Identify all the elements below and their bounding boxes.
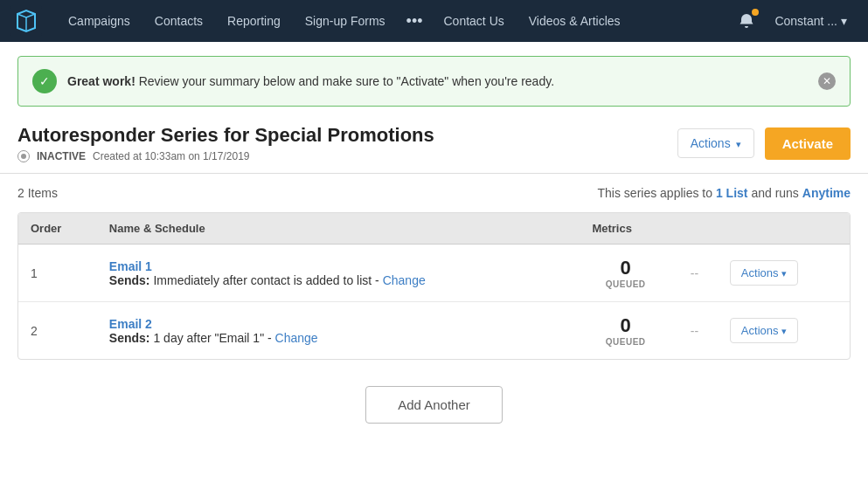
nav-videos-articles[interactable]: Videos & Articles xyxy=(517,0,633,42)
row1-change-link[interactable]: Change xyxy=(383,273,426,287)
table-header-row: Order Name & Schedule Metrics xyxy=(18,213,850,245)
row1-actions-label: Actions xyxy=(741,266,779,279)
nav-links: Campaigns Contacts Reporting Sign-up For… xyxy=(56,0,729,42)
nav-more[interactable]: ••• xyxy=(398,0,432,42)
row1-dash: -- xyxy=(671,245,718,302)
created-date: Created at 10:33am on 1/17/2019 xyxy=(93,150,249,162)
bell-badge xyxy=(752,9,759,16)
col-name-schedule: Name & Schedule xyxy=(97,213,580,245)
banner-text: Great work! Review your summary below an… xyxy=(67,74,808,88)
row2-actions-button[interactable]: Actions xyxy=(730,318,799,343)
row2-actions-cell: Actions xyxy=(718,302,850,360)
row1-actions-chevron xyxy=(781,266,787,279)
account-chevron: ▾ xyxy=(841,14,847,28)
items-count: 2 Items xyxy=(17,186,58,200)
page-title: Autoresponder Series for Special Promoti… xyxy=(17,124,434,147)
nav-right: Constant ... ▾ xyxy=(729,0,858,42)
series-summary: This series applies to 1 List and runs A… xyxy=(598,186,851,200)
nav-contacts[interactable]: Contacts xyxy=(142,0,215,42)
page-header: Autoresponder Series for Special Promoti… xyxy=(0,121,868,173)
row1-metric: 0 QUEUED xyxy=(580,245,671,302)
table-row: 2 Email 2 Sends: 1 day after "Email 1" -… xyxy=(18,302,850,360)
row1-sends-label: Sends: Immediately after contact is adde… xyxy=(109,273,383,287)
email2-link[interactable]: Email 2 xyxy=(109,317,152,331)
runs-prefix: and runs xyxy=(748,186,802,200)
row1-order: 1 xyxy=(18,245,97,302)
email1-link[interactable]: Email 1 xyxy=(109,259,152,273)
actions-button[interactable]: Actions xyxy=(677,128,754,158)
nav-campaigns[interactable]: Campaigns xyxy=(56,0,142,42)
add-another-section: Add Another xyxy=(0,360,868,441)
row1-actions-button[interactable]: Actions xyxy=(730,260,799,286)
row2-actions-chevron xyxy=(781,324,787,337)
row1-count: 0 xyxy=(592,257,659,279)
status-icon xyxy=(17,150,30,162)
notification-bell[interactable] xyxy=(729,0,764,42)
row2-dash: -- xyxy=(671,302,718,360)
banner-bold: Great work! xyxy=(67,74,135,88)
row2-actions-label: Actions xyxy=(741,324,779,337)
add-another-button[interactable]: Add Another xyxy=(365,386,503,424)
success-banner: ✓ Great work! Review your summary below … xyxy=(17,56,851,107)
actions-chevron xyxy=(736,136,741,150)
activate-button[interactable]: Activate xyxy=(765,127,851,160)
header-left: Autoresponder Series for Special Promoti… xyxy=(17,124,434,162)
account-menu[interactable]: Constant ... ▾ xyxy=(764,0,858,42)
row2-name-schedule: Email 2 Sends: 1 day after "Email 1" - C… xyxy=(97,302,580,360)
row2-order: 2 xyxy=(18,302,97,360)
actions-label: Actions xyxy=(691,136,731,150)
list-count: 1 List xyxy=(716,186,748,200)
nav-contact-us[interactable]: Contact Us xyxy=(432,0,517,42)
row1-name-schedule: Email 1 Sends: Immediately after contact… xyxy=(97,245,580,302)
app-logo[interactable] xyxy=(10,5,42,37)
row2-metric-label: QUEUED xyxy=(592,337,659,347)
table-row: 1 Email 1 Sends: Immediately after conta… xyxy=(18,245,850,302)
row2-metric: 0 QUEUED xyxy=(580,302,671,360)
status-label: INACTIVE xyxy=(37,150,86,162)
row2-sends-label: Sends: 1 day after "Email 1" - xyxy=(109,331,275,345)
header-right: Actions Activate xyxy=(677,127,851,160)
banner-rest: Review your summary below and make sure … xyxy=(135,74,554,88)
row1-metric-label: QUEUED xyxy=(592,279,659,289)
row1-actions-cell: Actions xyxy=(718,245,850,302)
col-metrics: Metrics xyxy=(580,213,671,245)
nav-signup-forms[interactable]: Sign-up Forms xyxy=(293,0,398,42)
col-order: Order xyxy=(18,213,97,245)
close-banner-button[interactable]: ✕ xyxy=(818,72,836,90)
row2-change-link[interactable]: Change xyxy=(275,331,318,345)
summary-row: 2 Items This series applies to 1 List an… xyxy=(0,174,868,212)
col-empty2 xyxy=(718,213,850,245)
emails-table: Order Name & Schedule Metrics 1 Email 1 … xyxy=(17,212,851,360)
runs-value: Anytime xyxy=(802,186,851,200)
main-nav: Campaigns Contacts Reporting Sign-up For… xyxy=(0,0,868,42)
row2-count: 0 xyxy=(592,314,659,337)
account-label: Constant ... xyxy=(774,14,837,28)
nav-reporting[interactable]: Reporting xyxy=(215,0,293,42)
applies-prefix: This series applies to xyxy=(598,186,716,200)
col-empty1 xyxy=(671,213,718,245)
page-meta: INACTIVE Created at 10:33am on 1/17/2019 xyxy=(17,150,434,162)
check-icon: ✓ xyxy=(32,69,57,93)
